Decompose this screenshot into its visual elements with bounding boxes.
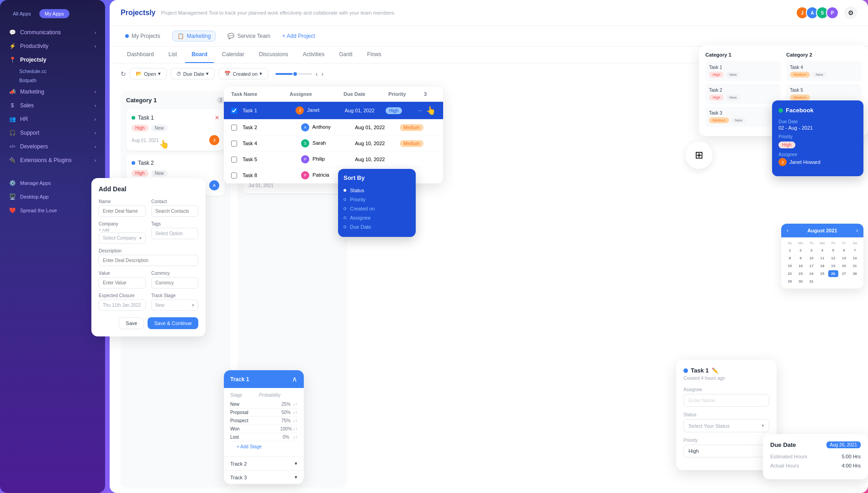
cal-day-3[interactable]: 3	[806, 247, 816, 254]
cal-day-11[interactable]: 11	[817, 255, 827, 262]
task-card-1[interactable]: Task 1 ✕ High New Aug 01, 2021 J	[126, 109, 225, 151]
task-checkbox[interactable]	[231, 157, 237, 163]
task-checkbox[interactable]	[231, 108, 237, 114]
sort-priority[interactable]: Priority	[344, 195, 410, 204]
tab-discussions[interactable]: Discussions	[253, 47, 295, 63]
track-header[interactable]: Track 1 ∧	[224, 370, 304, 388]
track-3-accordion[interactable]: Track 3 ▾	[224, 470, 304, 484]
add-project-btn[interactable]: + Add Project	[282, 33, 315, 39]
tab-activities[interactable]: Activities	[296, 47, 331, 63]
open-filter-btn[interactable]: 📂 Open ▾	[130, 68, 167, 79]
sidebar-item-projectsly[interactable]: 📍 Projectsly	[0, 53, 105, 67]
created-on-filter-btn[interactable]: 📅 Created on ▾	[218, 68, 268, 79]
add-stage-btn[interactable]: + Add Stage	[230, 441, 297, 452]
company-select[interactable]: Select Company ▾	[99, 232, 146, 244]
save-continue-button[interactable]: Save & Continue	[148, 317, 198, 329]
assignee-input[interactable]: Enter Name	[683, 394, 769, 407]
contact-input[interactable]	[151, 205, 198, 217]
add-contact-link[interactable]: + Add	[99, 228, 146, 232]
cal-day-30[interactable]: 30	[796, 278, 806, 285]
tab-dashboard[interactable]: Dashboard	[121, 47, 160, 63]
sort-due-date[interactable]: Due Date	[344, 222, 410, 231]
description-input[interactable]	[99, 255, 198, 266]
closure-value[interactable]: Thu 11th Jan 2022	[99, 299, 146, 311]
collapse-icon[interactable]: ∧	[292, 375, 297, 383]
cal-day-9[interactable]: 9	[796, 255, 806, 262]
cal-day-28[interactable]: 28	[850, 270, 860, 277]
track-row-won[interactable]: Won 100% ↓↑	[230, 425, 297, 433]
task-checkbox[interactable]	[231, 125, 237, 131]
cal-day-16[interactable]: 16	[796, 262, 806, 269]
cat-task-4[interactable]: Task 4 Medium New	[786, 61, 862, 81]
settings-icon[interactable]: ⚙	[844, 6, 857, 19]
cat-task-3[interactable]: Task 3 Medium New	[705, 107, 781, 127]
cal-day-31[interactable]: 31	[806, 278, 816, 285]
sidebar-spread-love[interactable]: ❤️ Spread the Love	[0, 204, 105, 217]
tags-select[interactable]: Select Option	[151, 228, 198, 239]
refresh-icon[interactable]: ↻	[121, 70, 126, 78]
cal-day-12[interactable]: 12	[828, 255, 838, 262]
all-apps-btn[interactable]: All Apps	[7, 9, 37, 18]
task-checkbox[interactable]	[231, 141, 237, 147]
sort-status[interactable]: Status	[344, 186, 410, 195]
track-stage-select[interactable]: New ▾	[151, 299, 198, 311]
status-select[interactable]: Select Your Status ▾	[683, 419, 769, 432]
sidebar-manage-apps[interactable]: ⚙️ Manage Apps	[0, 176, 105, 190]
cal-day-27[interactable]: 27	[839, 270, 849, 277]
next-icon[interactable]: ›	[322, 70, 324, 78]
list-row-1[interactable]: Task 1 J Janet Aug 01, 2022 High ··· 👆	[224, 102, 443, 120]
tab-service-team[interactable]: 💬 Service Team	[223, 31, 275, 41]
cal-day-26[interactable]: 26	[828, 270, 838, 277]
prev-month-icon[interactable]: ‹	[787, 227, 789, 234]
cal-day-21[interactable]: 21	[850, 262, 860, 269]
cal-day-14[interactable]: 14	[850, 255, 860, 262]
cal-day-4[interactable]: 4	[817, 247, 827, 254]
cal-day-15[interactable]: 15	[785, 262, 795, 269]
sort-created-on[interactable]: Created on	[344, 204, 410, 213]
tab-gantt[interactable]: Gantt	[333, 47, 359, 63]
cal-day-1[interactable]: 1	[785, 247, 795, 254]
cat-task-2[interactable]: Task 2 High New	[705, 84, 781, 104]
cal-day-22[interactable]: 22	[785, 270, 795, 277]
value-input[interactable]	[99, 277, 146, 288]
cal-day-18[interactable]: 18	[817, 262, 827, 269]
progress-slider[interactable]	[275, 73, 312, 75]
cal-day-20[interactable]: 20	[839, 262, 849, 269]
sort-assignee[interactable]: Assignee	[344, 213, 410, 222]
sidebar-item-productivity[interactable]: ⚡ Productivity ›	[0, 39, 105, 53]
track-row-new[interactable]: New 25% ↓↑	[230, 400, 297, 409]
cal-day-17[interactable]: 17	[806, 262, 816, 269]
tab-marketing[interactable]: 📋 Marketing	[172, 31, 216, 42]
cal-day-5[interactable]: 5	[828, 247, 838, 254]
sidebar-item-sales[interactable]: $ Sales ›	[0, 99, 105, 112]
tab-calendar[interactable]: Calendar	[216, 47, 251, 63]
sidebar-item-extensions[interactable]: 🔌 Extensions & Plugins ›	[0, 153, 105, 167]
cal-day-13[interactable]: 13	[839, 255, 849, 262]
delete-icon[interactable]: ✕	[215, 115, 219, 121]
cal-day-24[interactable]: 24	[806, 270, 816, 277]
track-2-accordion[interactable]: Track 2 ▾	[224, 456, 304, 470]
more-icon[interactable]: ···	[418, 108, 422, 113]
sidebar-item-marketing[interactable]: 📣 Marketing ›	[0, 85, 105, 99]
currency-input[interactable]	[151, 277, 198, 288]
sidebar-item-support[interactable]: 🎧 Support ›	[0, 126, 105, 140]
cal-day-29[interactable]: 29	[785, 278, 795, 285]
edit-icon[interactable]: ✏️	[712, 367, 719, 374]
sidebar-sub-schedule[interactable]: Schedule.cc	[0, 67, 105, 76]
tab-list[interactable]: List	[162, 47, 184, 63]
track-row-proposal[interactable]: Proposal 50% ↓↑	[230, 409, 297, 417]
sidebar-sub-botpath[interactable]: Botpath	[0, 76, 105, 85]
cat-task-1[interactable]: Task 1 High New	[705, 61, 781, 81]
name-input[interactable]	[99, 205, 146, 217]
tab-flows[interactable]: Flows	[361, 47, 388, 63]
cal-day-2[interactable]: 2	[796, 247, 806, 254]
cal-day-7[interactable]: 7	[850, 247, 860, 254]
sidebar-item-developers[interactable]: </> Developers ›	[0, 140, 105, 153]
cal-day-25[interactable]: 25	[817, 270, 827, 277]
tab-board[interactable]: Board	[185, 47, 214, 63]
cal-day-19[interactable]: 19	[828, 262, 838, 269]
list-row-5[interactable]: Task 5 P Philip Aug 10, 2022	[224, 152, 443, 168]
my-apps-btn[interactable]: My Apps	[39, 9, 69, 18]
cal-day-6[interactable]: 6	[839, 247, 849, 254]
cal-day-8[interactable]: 8	[785, 255, 795, 262]
